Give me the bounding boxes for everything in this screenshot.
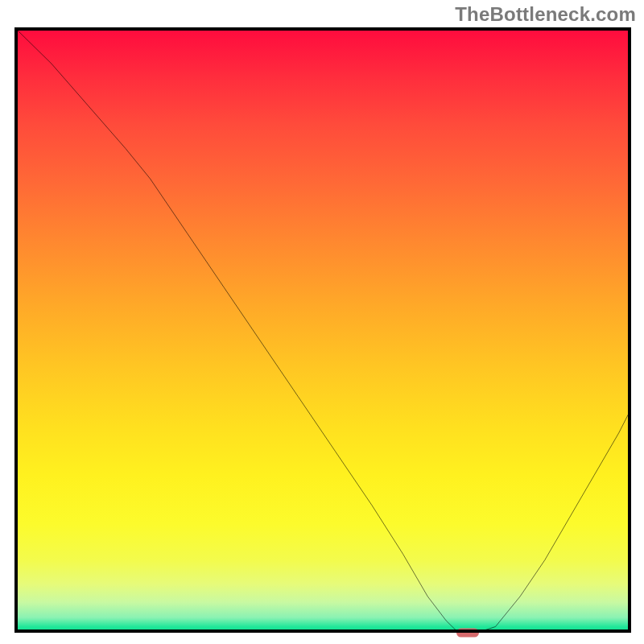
bottleneck-curve	[14, 27, 631, 633]
plot-area	[14, 27, 631, 633]
optimal-marker	[456, 629, 479, 638]
watermark-text: TheBottleneck.com	[455, 3, 636, 26]
